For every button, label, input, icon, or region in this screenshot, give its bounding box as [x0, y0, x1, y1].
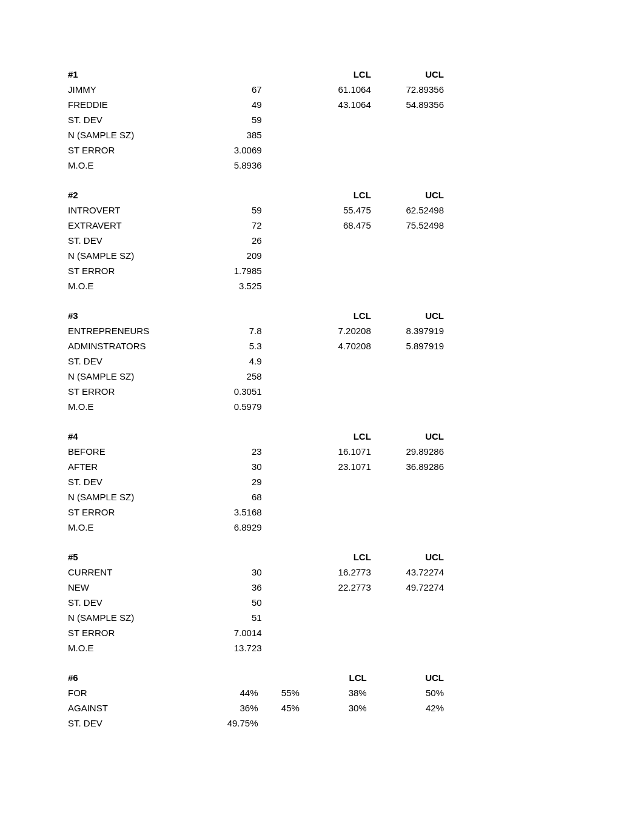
stats-table: #4LCLUCLBEFORE2316.107129.89286AFTER3023…: [68, 429, 444, 535]
row-ucl: [371, 610, 444, 625]
row-label: AFTER: [68, 459, 192, 474]
table-header-row: #1LCLUCL: [68, 67, 444, 82]
row-ucl: [371, 399, 444, 414]
lcl-header: LCL: [314, 549, 371, 565]
lcl-header: LCL: [314, 187, 371, 203]
table-row: M.O.E13.723: [68, 640, 444, 656]
row-label: AGAINST: [68, 700, 189, 716]
stats-section-6: #6 LCL UCL FOR44%55%38%50%AGAINST36%45%3…: [68, 670, 444, 731]
row-ucl: [371, 233, 444, 248]
table-row: ST. DEV29: [68, 474, 444, 489]
row-label: N (SAMPLE SZ): [68, 127, 192, 143]
row-value: 7.8: [192, 323, 261, 338]
row-ucl: [371, 625, 444, 640]
row-label: EXTRAVERT: [68, 218, 192, 233]
row-ucl: [371, 505, 444, 520]
row-ucl: 50%: [367, 685, 444, 700]
row-lcl: 38%: [300, 685, 367, 700]
row-value: 385: [192, 127, 261, 143]
row-label: ST ERROR: [68, 625, 192, 640]
table-row: INTROVERT5955.47562.52498: [68, 203, 444, 218]
table-row: M.O.E0.5979: [68, 399, 444, 414]
table-row: N (SAMPLE SZ)51: [68, 610, 444, 625]
row-value: 3.0069: [192, 143, 261, 158]
row-value: 44%: [189, 685, 258, 700]
row-lcl: [314, 505, 371, 520]
table-header-row: #3LCLUCL: [68, 308, 444, 323]
table-row: ST. DEV4.9: [68, 354, 444, 369]
table-row: FOR44%55%38%50%: [68, 685, 444, 700]
row-lcl: [300, 716, 367, 731]
row-ucl: [371, 112, 444, 127]
row-label: M.O.E: [68, 640, 192, 656]
section-id: #4: [68, 429, 192, 444]
row-extra: 55%: [258, 685, 300, 700]
row-lcl: 43.1064: [314, 97, 371, 112]
row-lcl: [314, 399, 371, 414]
row-label: ST. DEV: [68, 474, 192, 489]
row-value: 13.723: [192, 640, 261, 656]
table-row: BEFORE2316.107129.89286: [68, 444, 444, 459]
lcl-header: LCL: [314, 429, 371, 444]
ucl-header: UCL: [371, 308, 444, 323]
row-value: 7.0014: [192, 625, 261, 640]
row-extra: 45%: [258, 700, 300, 716]
table-row: FREDDIE4943.106454.89356: [68, 97, 444, 112]
stats-table: #3LCLUCLENTREPRENEURS7.87.202088.397919A…: [68, 308, 444, 414]
row-ucl: [371, 640, 444, 656]
table-row: M.O.E3.525: [68, 278, 444, 293]
row-label: JIMMY: [68, 82, 192, 97]
ucl-header: UCL: [371, 549, 444, 565]
table-row: ST ERROR1.7985: [68, 263, 444, 278]
table-row: ST. DEV26: [68, 233, 444, 248]
lcl-header: LCL: [300, 670, 367, 685]
row-ucl: [371, 369, 444, 384]
row-lcl: [314, 112, 371, 127]
row-value: 51: [192, 610, 261, 625]
table-row: ST. DEV59: [68, 112, 444, 127]
table-header-row: #6 LCL UCL: [68, 670, 444, 685]
row-lcl: [314, 384, 371, 399]
row-value: 49: [192, 97, 261, 112]
row-label: BEFORE: [68, 444, 192, 459]
row-ucl: 36.89286: [371, 459, 444, 474]
row-value: 68: [192, 489, 261, 505]
table-row: ST. DEV49.75%: [68, 716, 444, 731]
row-ucl: [371, 520, 444, 535]
row-value: 5.8936: [192, 158, 261, 173]
row-ucl: 29.89286: [371, 444, 444, 459]
table-header-row: #2LCLUCL: [68, 187, 444, 203]
row-value: 50: [192, 595, 261, 610]
row-extra: [258, 716, 300, 731]
row-value: 30: [192, 459, 261, 474]
row-value: 3.5168: [192, 505, 261, 520]
row-ucl: 72.89356: [371, 82, 444, 97]
stats-table: #5LCLUCLCURRENT3016.277343.72274NEW3622.…: [68, 549, 444, 656]
table-row: M.O.E5.8936: [68, 158, 444, 173]
row-lcl: [314, 248, 371, 263]
row-lcl: [314, 143, 371, 158]
row-value: 72: [192, 218, 261, 233]
table-row: ST. DEV50: [68, 595, 444, 610]
row-lcl: [314, 610, 371, 625]
stats-section-4: #4LCLUCLBEFORE2316.107129.89286AFTER3023…: [68, 429, 444, 535]
row-ucl: [371, 595, 444, 610]
row-label: ST. DEV: [68, 112, 192, 127]
row-value: 0.5979: [192, 399, 261, 414]
row-label: M.O.E: [68, 278, 192, 293]
row-lcl: [314, 158, 371, 173]
section-id: #3: [68, 308, 192, 323]
row-lcl: 22.2773: [314, 580, 371, 595]
row-label: ST ERROR: [68, 384, 192, 399]
row-value: 30: [192, 565, 261, 580]
row-ucl: 62.52498: [371, 203, 444, 218]
row-label: ST. DEV: [68, 354, 192, 369]
row-label: ENTREPRENEURS: [68, 323, 192, 338]
row-label: N (SAMPLE SZ): [68, 248, 192, 263]
row-value: 23: [192, 444, 261, 459]
section-id: #5: [68, 549, 192, 565]
row-lcl: [314, 369, 371, 384]
row-value: 3.525: [192, 278, 261, 293]
table-row: ST ERROR7.0014: [68, 625, 444, 640]
row-label: N (SAMPLE SZ): [68, 369, 192, 384]
